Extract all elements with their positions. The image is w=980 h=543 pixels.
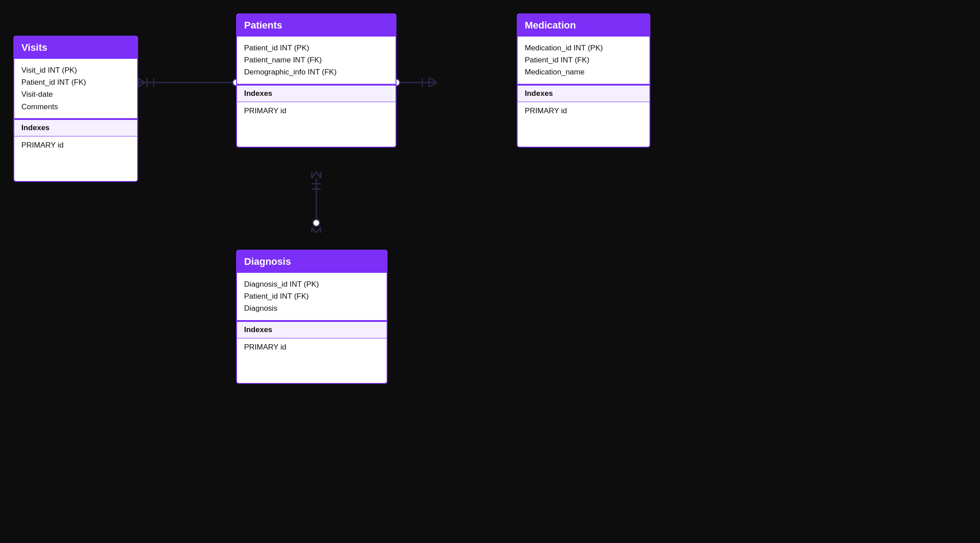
visits-table[interactable]: Visits Visit_id INT (PK) Patient_id INT …	[13, 36, 138, 182]
visits-indexes-body: PRIMARY id	[14, 136, 137, 181]
diagnosis-table[interactable]: Diagnosis Diagnosis_id INT (PK) Patient_…	[236, 250, 388, 384]
medication-table[interactable]: Medication Medication_id INT (PK) Patien…	[517, 13, 650, 148]
patients-field-2: Patient_name INT (FK)	[244, 54, 388, 66]
visits-field-2: Patient_id INT (FK)	[21, 76, 130, 88]
svg-line-10	[430, 78, 437, 82]
medication-indexes-body: PRIMARY id	[518, 102, 649, 147]
patients-index-1: PRIMARY id	[244, 107, 388, 115]
diagnosis-index-1: PRIMARY id	[244, 343, 380, 352]
svg-line-16	[316, 172, 321, 178]
diagnosis-field-2: Patient_id INT (FK)	[244, 290, 380, 302]
medication-field-2: Patient_id INT (FK)	[525, 54, 642, 66]
patients-indexes-body: PRIMARY id	[237, 102, 396, 147]
diagram-canvas: Visits Visit_id INT (PK) Patient_id INT …	[0, 0, 980, 543]
svg-line-1	[138, 78, 145, 82]
visits-field-3: Visit-date	[21, 88, 130, 100]
svg-line-23	[316, 227, 321, 233]
diagnosis-field-1: Diagnosis_id INT (PK)	[244, 278, 380, 290]
medication-field-3: Medication_name	[525, 66, 642, 78]
diagnosis-table-header: Diagnosis	[237, 251, 387, 273]
connection-lines	[0, 0, 980, 543]
patients-table-header: Patients	[237, 14, 396, 37]
visits-table-header: Visits	[14, 37, 137, 59]
patients-field-3: Demographic_info INT (FK)	[244, 66, 388, 78]
svg-line-22	[312, 227, 316, 233]
visits-index-1: PRIMARY id	[21, 141, 130, 150]
svg-line-2	[138, 82, 145, 87]
medication-table-header: Medication	[518, 14, 649, 37]
patients-table-fields: Patient_id INT (PK) Patient_name INT (FK…	[237, 37, 396, 85]
patients-table[interactable]: Patients Patient_id INT (PK) Patient_nam…	[236, 13, 396, 148]
svg-line-15	[312, 172, 316, 178]
medication-indexes-header: Indexes	[518, 85, 649, 102]
medication-field-1: Medication_id INT (PK)	[525, 42, 642, 54]
visits-field-1: Visit_id INT (PK)	[21, 64, 130, 76]
patients-indexes-header: Indexes	[237, 85, 396, 102]
visits-indexes-header: Indexes	[14, 119, 137, 136]
diagnosis-indexes-header: Indexes	[237, 321, 387, 338]
medication-index-1: PRIMARY id	[525, 107, 642, 115]
diagnosis-table-fields: Diagnosis_id INT (PK) Patient_id INT (FK…	[237, 273, 387, 321]
diagnosis-field-3: Diagnosis	[244, 302, 380, 314]
visits-field-4: Comments	[21, 101, 130, 113]
svg-line-11	[430, 82, 437, 87]
diagnosis-indexes-body: PRIMARY id	[237, 338, 387, 383]
patients-field-1: Patient_id INT (PK)	[244, 42, 388, 54]
visits-table-fields: Visit_id INT (PK) Patient_id INT (FK) Vi…	[14, 59, 137, 119]
medication-table-fields: Medication_id INT (PK) Patient_id INT (F…	[518, 37, 649, 85]
svg-point-21	[313, 219, 320, 226]
